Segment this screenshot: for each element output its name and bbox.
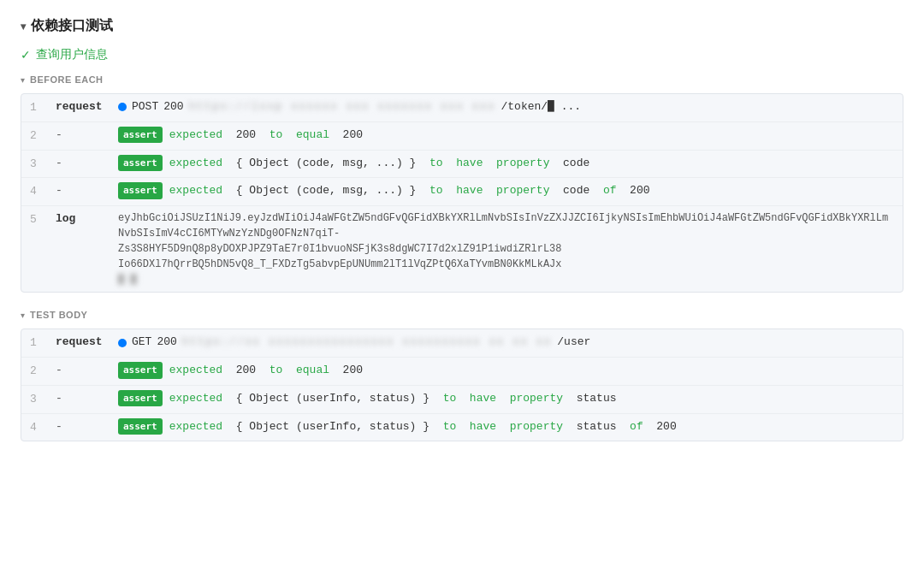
test-body-chevron: ▾ xyxy=(21,311,25,320)
test-body-header: ▾ TEST BODY xyxy=(21,310,903,320)
query-label: ✓ 查询用户信息 xyxy=(21,47,903,62)
assert-badge: assert xyxy=(118,418,163,435)
test-body-section: ▾ TEST BODY 1 request GET 200 https://xx… xyxy=(21,310,903,441)
assert-badge: assert xyxy=(118,155,163,172)
before-each-code-block: 1 request POST 200 https://lxxp xxxxxx x… xyxy=(21,93,903,293)
test-body-label: TEST BODY xyxy=(30,310,87,320)
before-each-label: BEFORE EACH xyxy=(30,74,104,85)
main-container: ▾ 依赖接口测试 ✓ 查询用户信息 ▾ BEFORE EACH 1 reques… xyxy=(21,17,903,441)
method-dot-icon xyxy=(118,339,127,347)
table-row: 2 - assert expected 200 to equal 200 xyxy=(21,122,903,151)
before-each-chevron: ▾ xyxy=(21,75,25,85)
before-each-header: ▾ BEFORE EACH xyxy=(21,74,903,85)
method-dot-icon xyxy=(118,103,127,111)
table-row: 1 request POST 200 https://lxxp xxxxxx x… xyxy=(21,94,903,122)
assert-badge: assert xyxy=(118,182,163,199)
table-row: 5 log eyJhbGciOiJSUzI1NiJ9.eyJzdWIiOiJ4a… xyxy=(21,206,903,292)
table-row: 1 request GET 200 https://xx xxxxxxxxxxx… xyxy=(21,329,903,358)
test-body-code-block: 1 request GET 200 https://xx xxxxxxxxxxx… xyxy=(21,328,903,441)
assert-badge: assert xyxy=(118,390,163,407)
table-row: 4 - assert expected { Object (code, msg,… xyxy=(21,178,903,206)
table-row: 3 - assert expected { Object (userInfo, … xyxy=(21,386,903,414)
main-title: ▾ 依赖接口测试 xyxy=(21,17,903,35)
assert-badge: assert xyxy=(118,127,163,144)
check-icon: ✓ xyxy=(21,48,31,62)
chevron-icon: ▾ xyxy=(21,21,26,33)
assert-badge: assert xyxy=(118,362,163,379)
table-row: 2 - assert expected 200 to equal 200 xyxy=(21,358,903,386)
before-each-section: ▾ BEFORE EACH 1 request POST 200 https:/… xyxy=(21,74,903,293)
table-row: 4 - assert expected { Object (userInfo, … xyxy=(21,414,903,441)
table-row: 3 - assert expected { Object (code, msg,… xyxy=(21,151,903,179)
